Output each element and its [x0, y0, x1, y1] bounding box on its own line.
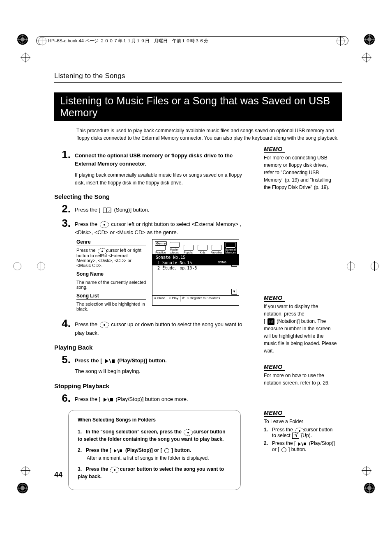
screen-genre-label: Genre: [155, 241, 167, 246]
memo-4-title: To Leave a Folder: [264, 418, 337, 425]
svg-rect-10: [304, 442, 306, 445]
def-songlist-head: Song List: [76, 293, 146, 299]
step-5-text-b: (Play/Stop)] button.: [118, 357, 167, 364]
memo-2-text-a: If you want to display the notation, pre…: [264, 304, 318, 317]
step-number: 4.: [54, 318, 71, 329]
crop-mark-corner-icon: [17, 483, 28, 493]
play-stop-icon: [298, 441, 307, 447]
crop-mark-corner-icon: [17, 34, 28, 45]
svg-rect-8: [120, 449, 122, 452]
step-4: 4. Press the cursor up or down button to…: [54, 318, 249, 337]
svg-rect-6: [110, 398, 113, 401]
song-button-icon: ♪: [103, 206, 112, 214]
svg-marker-5: [104, 398, 107, 402]
svg-marker-7: [114, 449, 117, 453]
cursor-disc-icon: [110, 467, 118, 472]
crop-mark-corner-icon: [364, 34, 375, 45]
def-songlist-text: The selection will be highlighted in bla…: [76, 302, 146, 311]
step-number: 6.: [54, 393, 71, 403]
cursor-disc-icon: [100, 322, 109, 328]
svg-text:♪: ♪: [108, 209, 110, 212]
page-title: Listening to Music Files or a Song that …: [54, 92, 342, 121]
memo-label: MEMO: [264, 364, 285, 371]
memo-3-text: For more on how to use the notation scre…: [264, 372, 337, 387]
screen-foot-close: × Close: [152, 296, 167, 302]
screen-tab: Favorites: [210, 245, 223, 254]
memo-block-4: MEMO To Leave a Folder 1. Press the curs…: [264, 410, 337, 452]
step-6: 6. Press the [ (Play/Stop)] button once …: [54, 393, 249, 404]
screen-tab: Popular: [182, 245, 195, 254]
memo-4-step-1: 1. Press the cursor button to select ↰ (…: [264, 427, 337, 439]
def-genre-text: Press the cursor left or right button to…: [76, 248, 146, 268]
page-number: 44: [54, 471, 62, 479]
circle-button-icon: [164, 448, 169, 453]
screen-tab: Practice: [154, 245, 167, 254]
step-1-instruction: Connect the optional USB memory or flopp…: [75, 152, 233, 167]
step-1-body: If playing back commercially available m…: [75, 171, 249, 187]
lcd-screenshot: Genre Practice Master-pieces Popular Kid…: [152, 239, 239, 306]
step-2: 2. Press the [ ♪ (Song)] button.: [54, 203, 249, 214]
crop-mark-icon: [362, 467, 371, 475]
step-1: 1. Connect the optional USB memory or fl…: [54, 149, 249, 187]
scroll-up-icon: ▲: [231, 261, 237, 267]
play-stop-icon: [113, 447, 123, 454]
header-text: HPi-6S-e.book 44 ページ ２００７年１１月１９日 月曜日 午前１…: [48, 38, 208, 44]
register-mark-icon: [38, 37, 46, 45]
memo-label: MEMO: [264, 410, 285, 417]
step-6-text-b: (Play/Stop)] button once more.: [115, 396, 188, 402]
step-5: 5. Press the [ (Play/Stop)] button. The …: [54, 354, 249, 376]
intro-paragraph: This procedure is used to play back comm…: [76, 127, 339, 142]
crop-mark-icon: [21, 53, 30, 62]
step-4-text-a: Press the: [75, 321, 99, 327]
cursor-disc-icon: [98, 248, 104, 253]
step-3: 3. Press the cursor left or right button…: [54, 218, 249, 237]
step-2-text-b: (Song)] button.: [114, 207, 149, 213]
screen-list-item: 2 Étude, op.10-3: [152, 265, 239, 271]
svg-rect-0: [103, 208, 106, 213]
cursor-disc-icon: [184, 429, 191, 435]
definitions-block: Genre Press the cursor left or right but…: [76, 239, 249, 311]
screen-tab: Master-pieces: [168, 242, 181, 254]
play-stop-icon: [103, 395, 113, 403]
memo-label: MEMO: [264, 295, 285, 302]
screen-song-badge: SONG: [216, 261, 228, 264]
section-rule: [54, 82, 342, 83]
folder-box-title: When Selecting Songs in Folders: [78, 416, 231, 424]
crop-mark-icon: [371, 262, 379, 270]
svg-rect-4: [112, 359, 115, 363]
memo-2-text-c: (Notation)] button. The measure number i…: [264, 318, 337, 354]
memo-block-3: MEMO For more on how to use the notation…: [264, 364, 337, 387]
step-6-text-a: Press the [: [75, 396, 100, 402]
cursor-disc-icon: [295, 428, 302, 433]
step-5-text-a: Press the [: [75, 357, 102, 364]
def-genre-head: Genre: [76, 239, 146, 245]
memo-2-text-b: [: [264, 318, 265, 324]
subhead-stopping: Stopping Playback: [54, 382, 249, 389]
step-5-body: The song will begin playing.: [75, 367, 249, 375]
screen-foot-play: ○ Play: [167, 296, 180, 302]
memo-block-2: MEMO If you want to display the notation…: [264, 295, 337, 355]
cursor-disc-icon: [100, 221, 109, 228]
play-stop-icon: [104, 357, 115, 365]
crop-mark-icon: [362, 53, 371, 62]
circle-button-icon: [281, 447, 286, 452]
memo-4-step-2: 2. Press the [ (Play/Stop)] or [ ] butto…: [264, 440, 337, 452]
step-2-text-a: Press the [: [75, 207, 100, 213]
folder-callout-box: When Selecting Songs in Folders 1. In th…: [68, 410, 241, 490]
step-number: 3.: [54, 218, 71, 228]
crop-mark-icon: [37, 262, 45, 270]
memo-block-1: MEMO For more on connecting USB memory o…: [264, 146, 337, 191]
screen-foot-register: ⟳+○ Register to Favorites: [180, 296, 239, 302]
memo-1-text: For more on connecting USB memory or flo…: [264, 154, 337, 191]
svg-marker-9: [298, 442, 301, 446]
crop-mark-corner-icon: [364, 483, 375, 493]
subhead-selecting: Selecting the Song: [54, 193, 249, 200]
subhead-playing: Playing Back: [54, 344, 249, 351]
screen-tab: Kids: [196, 245, 209, 254]
step-number: 5.: [54, 354, 71, 365]
crop-mark-icon: [21, 467, 30, 475]
notation-icon: ♪♬: [267, 318, 274, 325]
def-songname-head: Song Name: [76, 271, 146, 277]
scroll-down-icon: ▼: [231, 289, 237, 295]
screen-tab-selected: External Memory: [224, 242, 237, 254]
